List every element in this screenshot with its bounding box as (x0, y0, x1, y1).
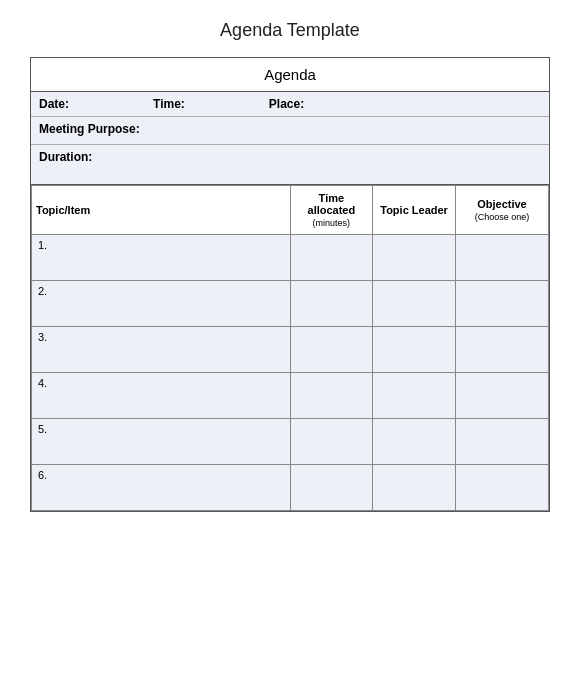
row-objective-cell (455, 373, 548, 419)
page-title: Agenda Template (30, 20, 550, 41)
duration-label: Duration: (39, 150, 92, 164)
time-label: Time: (153, 97, 185, 111)
row-time-cell (290, 419, 373, 465)
place-label: Place: (269, 97, 304, 111)
place-value (308, 97, 368, 111)
row-number-cell: 3. (32, 327, 291, 373)
row-objective-cell (455, 419, 548, 465)
duration-row: Duration: (31, 145, 549, 185)
date-label: Date: (39, 97, 69, 111)
items-table: Topic/Item Time allocated (minutes) Topi… (31, 185, 549, 511)
row-objective-cell (455, 235, 548, 281)
objective-label-main: Objective (477, 198, 527, 210)
row-leader-cell (373, 327, 456, 373)
row-time-cell (290, 465, 373, 511)
row-number-cell: 5. (32, 419, 291, 465)
row-number-cell: 4. (32, 373, 291, 419)
table-row: 4. (32, 373, 549, 419)
row-leader-cell (373, 419, 456, 465)
objective-label-sub: (Choose one) (475, 212, 530, 222)
place-field: Place: (269, 97, 368, 111)
row-leader-cell (373, 281, 456, 327)
row-objective-cell (455, 465, 548, 511)
agenda-table: Agenda Date: Time: Place: Meeting Purpos… (30, 57, 550, 512)
table-row: 5. (32, 419, 549, 465)
row-time-cell (290, 373, 373, 419)
time-label-main: Time allocated (308, 192, 356, 216)
row-number-cell: 6. (32, 465, 291, 511)
table-row: 2. (32, 281, 549, 327)
col-header-objective: Objective (Choose one) (455, 186, 548, 235)
col-header-time: Time allocated (minutes) (290, 186, 373, 235)
time-field: Time: (153, 97, 249, 111)
table-header-row: Topic/Item Time allocated (minutes) Topi… (32, 186, 549, 235)
row-time-cell (290, 281, 373, 327)
row-number-cell: 1. (32, 235, 291, 281)
time-value (189, 97, 249, 111)
row-number-cell: 2. (32, 281, 291, 327)
row-time-cell (290, 327, 373, 373)
col-header-leader: Topic Leader (373, 186, 456, 235)
table-row: 3. (32, 327, 549, 373)
row-leader-cell (373, 373, 456, 419)
time-label-sub: (minutes) (313, 218, 351, 228)
agenda-header: Agenda (31, 58, 549, 92)
date-value (73, 97, 133, 111)
page-container: Agenda Template Agenda Date: Time: Place… (30, 20, 550, 512)
row-leader-cell (373, 465, 456, 511)
date-field: Date: (39, 97, 133, 111)
row-objective-cell (455, 327, 548, 373)
purpose-row: Meeting Purpose: (31, 117, 549, 145)
col-header-topic: Topic/Item (32, 186, 291, 235)
purpose-label: Meeting Purpose: (39, 122, 140, 136)
row-objective-cell (455, 281, 548, 327)
row-time-cell (290, 235, 373, 281)
table-row: 1. (32, 235, 549, 281)
meta-row: Date: Time: Place: (31, 92, 549, 117)
row-leader-cell (373, 235, 456, 281)
table-row: 6. (32, 465, 549, 511)
